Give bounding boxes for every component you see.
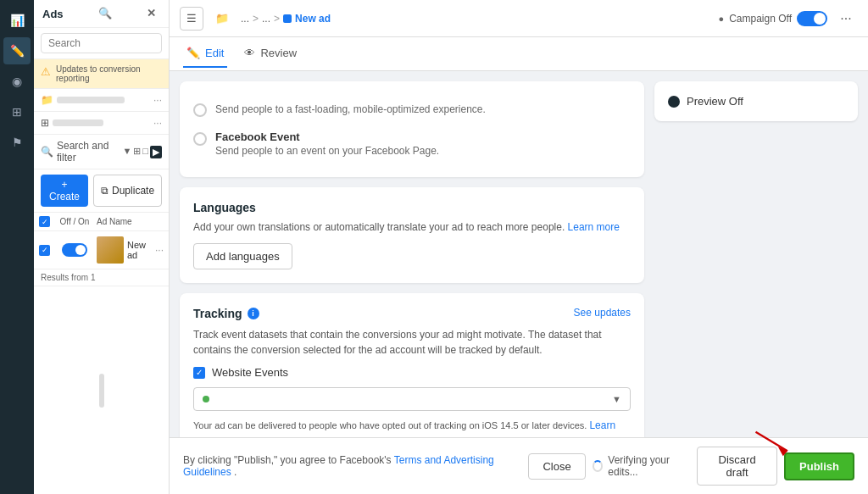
tracking-note: Your ad can be delivered to people who h… [193,418,631,437]
website-events-row: ✓ Website Events [193,366,631,379]
breadcrumb-sep-2: > [274,13,280,25]
preview-status: Preview Off [687,95,743,108]
ads-search-input[interactable] [41,33,162,53]
destination-section: Send people to a fast-loading, mobile-op… [180,81,644,177]
svg-line-0 [756,432,788,452]
duplicate-button[interactable]: ⧉ Duplicate [93,175,162,207]
results-text: Results from 1 [41,273,95,282]
close-icon[interactable]: ✕ [147,7,160,20]
columns-icon[interactable]: ⊞ [133,146,141,158]
campaign-toggle[interactable] [797,11,827,26]
filter-label[interactable]: Search and filter [57,140,119,164]
loading-spinner [593,460,604,472]
square-icon[interactable]: □ [142,146,148,158]
action-buttons: + Create ⧉ Duplicate [34,169,169,213]
edit-tab[interactable]: ✏️ Edit [183,40,227,68]
panel-resize-area [34,286,169,494]
create-button[interactable]: + Create [41,175,88,207]
arrow-indicator [749,425,800,458]
panel-toggle-button[interactable]: ☰ [180,7,203,31]
campaign-row-1[interactable]: 📁 ··· [34,89,169,112]
website-events-checkbox[interactable]: ✓ [193,367,205,379]
circle-icon[interactable]: ◉ [3,68,31,95]
ad-name: New ad [127,240,152,260]
breadcrumb-sep-1: > [253,13,259,25]
facebook-event-option[interactable]: Facebook Event Send people to an event o… [193,124,631,164]
languages-learn-more-link[interactable]: Learn more [568,221,620,233]
tracking-header: Tracking i See updates [193,307,631,320]
sidebar: 📊 ✏️ ◉ ⊞ ⚑ [0,0,34,494]
tracking-dropdown[interactable]: ▼ [193,387,631,411]
languages-section: Languages Add your own translations or a… [180,187,644,283]
preview-card: Preview Off [654,81,858,121]
facebook-event-title: Facebook Event [215,130,439,143]
filter-bar: 🔍 Search and filter ▼ ⊞ □ ▶ [34,135,169,169]
folder-icon[interactable]: 📁 [210,7,234,31]
website-desc: Send people to a fast-loading, mobile-op… [215,103,486,115]
campaign-off-label: Campaign Off [729,13,792,25]
ad-checkbox[interactable]: ✓ [39,245,50,256]
tracking-section: Tracking i See updates Track event datas… [180,293,644,437]
chart-icon[interactable]: 📊 [3,7,31,34]
verifying-status: Verifying your edits... [593,454,691,478]
ad-toggle[interactable] [62,243,87,257]
ad-more-icon[interactable]: ··· [155,244,164,256]
content-scroll: Send people to a fast-loading, mobile-op… [170,71,868,437]
website-radio[interactable] [193,103,207,117]
notification-bar: ⚠ Updates to conversion reporting [34,59,169,89]
tracking-title: Tracking [193,307,242,320]
grid-icon[interactable]: ⊞ [3,98,31,125]
preview-off-indicator: Preview Off [668,95,844,108]
website-option[interactable]: Send people to a fast-loading, mobile-op… [193,95,631,124]
ad-row[interactable]: ✓ New ad ··· [34,231,169,269]
ads-panel-header: Ads 🔍 ✕ [34,0,169,28]
select-all-checkbox[interactable]: ✓ [39,216,50,227]
more-options-button[interactable]: ··· [834,7,858,31]
close-button[interactable]: Close [528,453,585,480]
resize-handle[interactable] [99,374,104,408]
ads-panel-title: Ads [42,8,64,20]
ads-search-bar [34,28,169,59]
top-nav: ☰ 📁 ... > ... > New ad ● Campaign Off ··… [170,0,868,37]
tab-bar: ✏️ Edit 👁 Review [170,37,868,71]
facebook-event-radio[interactable] [193,132,207,146]
add-languages-button[interactable]: Add languages [193,243,292,269]
campaign-status: ● Campaign Off [719,11,827,26]
flag-icon[interactable]: ⚑ [3,129,31,156]
tracking-info-icon[interactable]: i [248,308,259,319]
warning-icon: ⚠ [41,65,51,78]
column-headers: ✓ Off / On Ad Name [34,213,169,231]
bottom-actions: Close Verifying your edits... Discard dr… [528,447,854,486]
see-updates-button[interactable]: See updates [574,307,631,319]
search-icon[interactable]: 🔍 [98,7,112,20]
languages-description: Add your own translations or automatical… [193,219,631,235]
breadcrumb-new-ad: New ad [283,13,331,25]
bottom-bar: By clicking "Publish," you agree to Face… [170,437,868,494]
facebook-event-desc: Send people to an event on your Facebook… [215,145,439,157]
main-content: ☰ 📁 ... > ... > New ad ● Campaign Off ··… [170,0,868,494]
breadcrumb-campaign: ... [241,13,249,25]
pencil-icon[interactable]: ✏️ [3,37,31,64]
ad-name-column-header: Ad Name [97,217,164,226]
search-filter-icon: 🔍 [41,146,53,158]
results-bar: Results from 1 [34,269,169,286]
tracking-status-dot [203,396,209,402]
duplicate-icon: ⧉ [101,185,108,197]
tracking-title-row: Tracking i [193,307,259,320]
breadcrumb-adset: ... [262,13,270,25]
ad-thumbnail [97,236,124,264]
website-events-label: Website Events [212,366,288,379]
dropdown-arrow-icon: ▼ [612,394,621,404]
breadcrumb-new-ad-label: New ad [295,13,331,25]
sidebar-toggle-icon[interactable]: ▶ [150,146,162,158]
filter-icon[interactable]: ▼ [122,146,131,158]
off-on-column-header: Off / On [56,217,93,226]
ads-panel: Ads 🔍 ✕ ⚠ Updates to conversion reportin… [34,0,170,494]
campaign-row-2[interactable]: ⊞ ··· [34,112,169,135]
preview-dot [668,96,680,108]
edit-icon: ✏️ [186,47,200,59]
breadcrumb: ... > ... > New ad [241,13,712,25]
review-tab[interactable]: 👁 Review [241,40,300,68]
new-ad-icon [283,14,292,23]
notification-text: Updates to conversion reporting [56,64,162,83]
